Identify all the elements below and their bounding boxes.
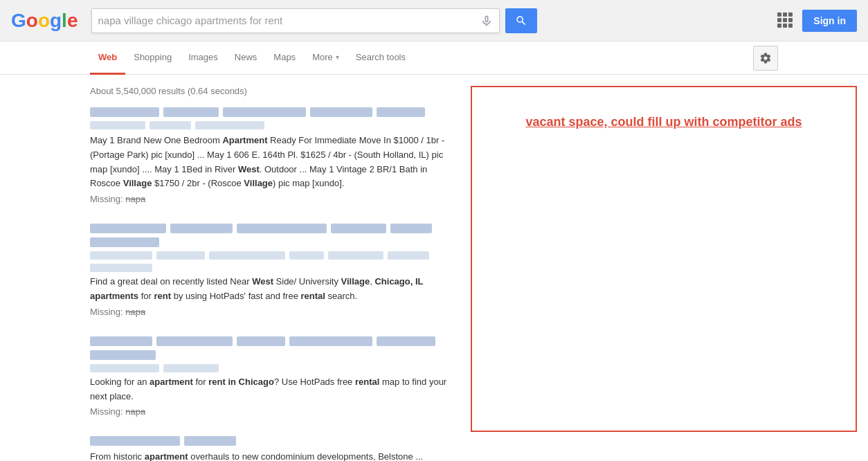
settings-button[interactable] [753,46,778,71]
grid-icon[interactable] [777,12,794,29]
results-count: About 5,540,000 results (0.64 seconds) [90,86,457,96]
result-missing: Missing: napa [90,406,457,417]
nav-item-images[interactable]: Images [180,42,226,75]
table-row: From historic apartment overhauls to new… [90,436,457,461]
nav-item-more[interactable]: More ▾ [304,42,347,75]
search-button[interactable] [505,8,537,33]
search-bar [91,8,500,33]
nav-item-web[interactable]: Web [90,42,125,75]
nav-item-search-tools[interactable]: Search tools [347,42,414,75]
ad-column: vacant space, could fill up with competi… [457,75,868,461]
nav-item-shopping[interactable]: Shopping [125,42,180,75]
header: Google Sign in [0,0,868,42]
results-column: About 5,540,000 results (0.64 seconds) M… [0,75,457,461]
chevron-down-icon: ▾ [336,53,339,61]
nav-item-maps[interactable]: Maps [265,42,304,75]
result-missing: Missing: napa [90,307,457,317]
result-snippet: Find a great deal on recently listed Nea… [90,275,457,304]
result-snippet: From historic apartment overhauls to new… [90,450,457,461]
result-snippet: May 1 Brand New One Bedroom Apartment Re… [90,134,457,191]
sign-in-button[interactable]: Sign in [802,10,857,32]
header-right: Sign in [777,10,857,32]
result-snippet: Looking for an apartment for rent in Chi… [90,375,457,404]
main-content: About 5,540,000 results (0.64 seconds) M… [0,75,868,461]
ad-space-text: vacant space, could fill up with competi… [525,115,802,129]
google-logo[interactable]: Google [11,10,78,32]
ad-box: vacant space, could fill up with competi… [471,86,857,432]
result-missing: Missing: napa [90,194,457,204]
table-row: Find a great deal on recently listed Nea… [90,224,457,317]
nav-item-news[interactable]: News [226,42,266,75]
mic-icon[interactable] [480,14,494,28]
search-input[interactable] [98,15,474,26]
nav-bar: Web Shopping Images News Maps More ▾ Sea… [0,42,868,75]
table-row: Looking for an apartment for rent in Chi… [90,336,457,417]
table-row: May 1 Brand New One Bedroom Apartment Re… [90,107,457,204]
